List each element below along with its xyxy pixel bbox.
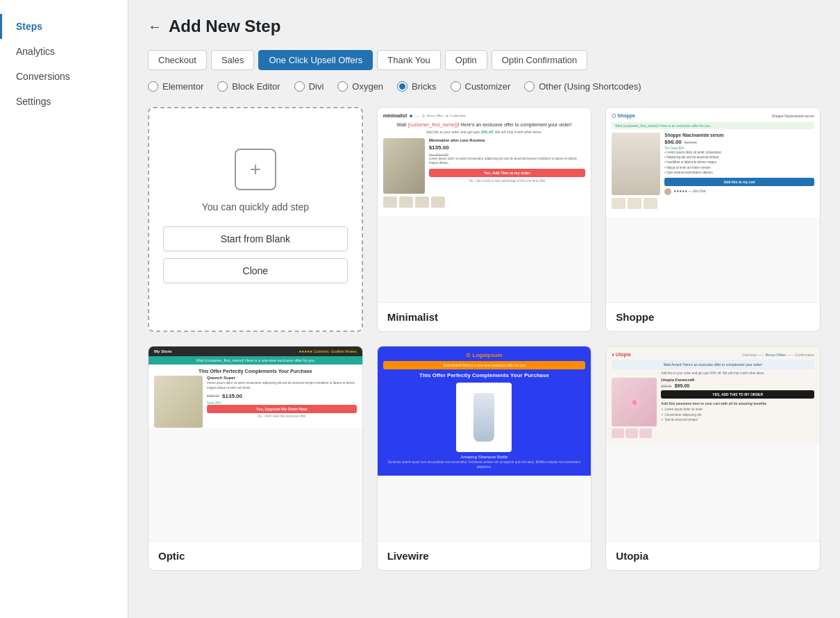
sidebar-item-conversions[interactable]: Conversions [0, 64, 128, 89]
template-preview-utopia: ♦ Utopia Checkout —— Bonus Offers —— Con… [606, 346, 820, 541]
optic-preview-content: My Store ★★★★★ Customers · Excellent Rev… [149, 346, 362, 428]
template-preview-optic: My Store ★★★★★ Customers · Excellent Rev… [149, 346, 362, 541]
minimalist-preview-content: minimalist —— Bonus Offers Confirmation … [378, 108, 591, 216]
editor-options: Elementor Block Editor Divi Oxygen Brick… [148, 81, 821, 92]
option-divi[interactable]: Divi [294, 81, 324, 92]
radio-elementor[interactable] [148, 81, 158, 92]
sidebar: Steps Analytics Conversions Settings [0, 0, 128, 618]
radio-oxygen[interactable] [337, 81, 348, 92]
clone-button[interactable]: Clone [163, 258, 348, 283]
blank-template-card: + You can quickly add step Start from Bl… [148, 107, 363, 332]
sidebar-item-settings[interactable]: Settings [0, 89, 128, 114]
tab-thank-you[interactable]: Thank You [377, 50, 440, 70]
tab-checkout[interactable]: Checkout [148, 50, 207, 70]
option-bricks[interactable]: Bricks [397, 81, 436, 92]
template-label-livewire: Livewire [378, 541, 591, 570]
radio-divi[interactable] [294, 81, 305, 92]
tab-optin-confirmation[interactable]: Optin Confirmation [492, 50, 587, 70]
shoppe-preview-content: ⬡ Shoppe Shoppe Niacinamide serum Wait {… [606, 108, 820, 217]
template-card-utopia[interactable]: ♦ Utopia Checkout —— Bonus Offers —— Con… [605, 346, 821, 571]
template-label-shoppe: Shoppe [606, 302, 820, 331]
main-content: ← Add New Step Checkout Sales One Click … [128, 0, 840, 618]
start-from-blank-button[interactable]: Start from Blank [163, 226, 348, 251]
template-label-minimalist: Minimalist [378, 302, 591, 331]
template-preview-minimalist: minimalist —— Bonus Offers Confirmation … [378, 108, 591, 302]
page-title: Add New Step [169, 17, 280, 36]
template-label-optic: Optic [149, 541, 362, 570]
radio-block-editor[interactable] [217, 81, 228, 92]
back-button[interactable]: ← [148, 19, 162, 35]
template-card-livewire[interactable]: ⊙ Logoipsum Wait Amani! Here is a one-ti… [377, 346, 592, 571]
tab-one-click-upsell[interactable]: One Click Upsell Offers [258, 50, 373, 70]
template-card-optic[interactable]: My Store ★★★★★ Customers · Excellent Rev… [148, 346, 363, 571]
template-preview-livewire: ⊙ Logoipsum Wait Amani! Here is a one-ti… [378, 346, 591, 541]
option-other[interactable]: Other (Using Shortcodes) [524, 81, 641, 92]
template-preview-shoppe: ⬡ Shoppe Shoppe Niacinamide serum Wait {… [606, 108, 820, 302]
livewire-preview-content: ⊙ Logoipsum Wait Amani! Here is a one-ti… [378, 346, 591, 476]
template-card-shoppe[interactable]: ⬡ Shoppe Shoppe Niacinamide serum Wait {… [605, 107, 821, 332]
sidebar-item-steps[interactable]: Steps [0, 14, 128, 39]
step-type-tabs: Checkout Sales One Click Upsell Offers T… [148, 50, 821, 70]
option-block-editor[interactable]: Block Editor [217, 81, 280, 92]
tab-sales[interactable]: Sales [211, 50, 255, 70]
add-step-icon: + [235, 149, 276, 190]
option-oxygen[interactable]: Oxygen [337, 81, 383, 92]
page-header: ← Add New Step [148, 17, 821, 36]
sidebar-item-analytics[interactable]: Analytics [0, 39, 128, 64]
radio-customizer[interactable] [451, 81, 461, 92]
radio-bricks[interactable] [397, 81, 408, 92]
template-card-minimalist[interactable]: minimalist —— Bonus Offers Confirmation … [377, 107, 592, 332]
templates-grid: + You can quickly add step Start from Bl… [148, 107, 821, 571]
template-label-utopia: Utopia [606, 541, 820, 570]
tab-optin[interactable]: Optin [445, 50, 487, 70]
radio-other[interactable] [524, 81, 535, 92]
utopia-preview-content: ♦ Utopia Checkout —— Bonus Offers —— Con… [606, 346, 820, 444]
blank-card-description: You can quickly add step [202, 201, 309, 212]
option-customizer[interactable]: Customizer [451, 81, 511, 92]
option-elementor[interactable]: Elementor [148, 81, 203, 92]
